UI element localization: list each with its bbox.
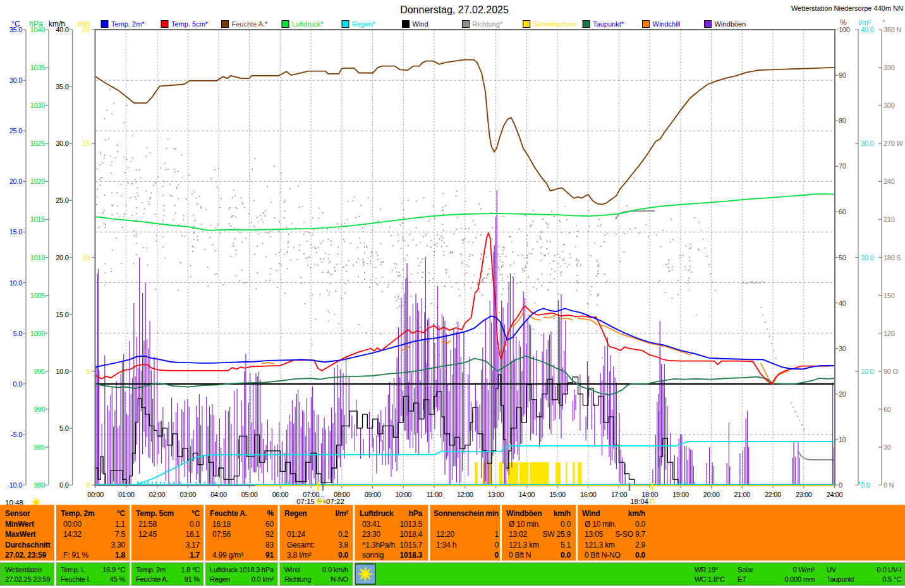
- svg-text:ET: ET: [738, 575, 746, 583]
- svg-text:1:34 h: 1:34 h: [436, 541, 456, 549]
- svg-text:min: min: [485, 509, 499, 518]
- svg-text:4.99 g/m³: 4.99 g/m³: [212, 551, 243, 560]
- svg-text:sonnig: sonnig: [362, 551, 384, 560]
- svg-text:Richtung: Richtung: [284, 575, 311, 583]
- svg-text:16:00: 16:00: [580, 491, 597, 498]
- svg-text:10: 10: [82, 254, 90, 261]
- svg-text:°C: °C: [191, 509, 200, 518]
- svg-text:3.30: 3.30: [111, 541, 125, 549]
- svg-text:50: 50: [839, 254, 846, 261]
- svg-text:WC 1.8°C: WC 1.8°C: [695, 575, 725, 583]
- svg-text:-5.0: -5.0: [11, 431, 22, 438]
- svg-text:150: 150: [884, 292, 895, 299]
- svg-text:07:00: 07:00: [303, 491, 319, 498]
- svg-text:07:15: 07:15: [296, 498, 315, 505]
- svg-text:12:45: 12:45: [138, 530, 157, 539]
- svg-text:20.0: 20.0: [9, 177, 22, 185]
- svg-text:Wetterstation Niedersorpe 440m: Wetterstation Niedersorpe 440m NN: [791, 4, 903, 12]
- svg-text:01:00: 01:00: [118, 491, 135, 498]
- svg-text:0.0: 0.0: [561, 551, 571, 560]
- svg-text:80: 80: [839, 117, 846, 124]
- svg-text:km/h: km/h: [628, 509, 645, 518]
- svg-text:Luftdruck: Luftdruck: [360, 509, 394, 518]
- svg-text:360 N: 360 N: [884, 26, 901, 33]
- svg-text:Feuchte A.: Feuchte A.: [136, 575, 168, 583]
- svg-text:0: 0: [495, 551, 499, 560]
- svg-text:1035: 1035: [30, 64, 45, 71]
- svg-text:11:00: 11:00: [427, 491, 442, 498]
- svg-text:2.9: 2.9: [635, 541, 646, 549]
- svg-text:90: 90: [839, 71, 846, 79]
- svg-text:03:41: 03:41: [362, 520, 381, 529]
- svg-text:1010: 1010: [30, 254, 45, 261]
- svg-text:01:24: 01:24: [287, 530, 306, 539]
- svg-text:13:00: 13:00: [488, 491, 504, 498]
- svg-text:20.0: 20.0: [861, 254, 873, 261]
- svg-text:04:00: 04:00: [210, 491, 227, 498]
- svg-text:16.1: 16.1: [185, 530, 200, 539]
- svg-text:0.0: 0.0: [13, 380, 23, 388]
- svg-text:14:32: 14:32: [63, 530, 82, 539]
- svg-text:0: 0: [495, 541, 499, 549]
- svg-text:-10.0: -10.0: [7, 481, 22, 489]
- svg-text:1020: 1020: [30, 177, 45, 185]
- svg-text:91 %: 91 %: [184, 575, 200, 583]
- svg-text:Solar: Solar: [738, 566, 753, 573]
- svg-text:985: 985: [34, 443, 46, 451]
- svg-text:0: 0: [839, 481, 842, 489]
- svg-text:1.1: 1.1: [115, 520, 126, 529]
- svg-text:UV: UV: [827, 566, 837, 573]
- svg-text:10.0: 10.0: [9, 279, 22, 287]
- svg-text:07:22: 07:22: [326, 498, 344, 505]
- svg-text:05:00: 05:00: [241, 491, 258, 498]
- svg-text:hPa: hPa: [29, 20, 43, 28]
- svg-text:^1.3hPa/h: ^1.3hPa/h: [362, 541, 395, 549]
- svg-text:Feuchte I.: Feuchte I.: [61, 575, 90, 583]
- svg-text:1018.3 hPa: 1018.3 hPa: [239, 566, 274, 573]
- svg-text:980: 980: [34, 481, 46, 489]
- svg-text:0: 0: [86, 481, 90, 489]
- svg-text:22:00: 22:00: [765, 491, 781, 498]
- svg-text:121.3 km: 121.3 km: [509, 541, 539, 549]
- svg-text:%: %: [267, 509, 274, 518]
- svg-text:N-NO: N-NO: [331, 575, 348, 583]
- svg-text:Wind: Wind: [284, 566, 300, 573]
- svg-text:30: 30: [839, 345, 846, 352]
- svg-text:15:00: 15:00: [549, 491, 566, 498]
- svg-text:Temp. 2m*: Temp. 2m*: [111, 20, 145, 28]
- svg-text:0.0: 0.0: [635, 520, 646, 529]
- svg-text:21:58: 21:58: [138, 520, 157, 529]
- svg-text:16:18: 16:18: [212, 520, 231, 529]
- svg-text:°C: °C: [11, 20, 20, 28]
- svg-text:0.000 mm: 0.000 mm: [784, 575, 815, 583]
- svg-text:10: 10: [839, 436, 846, 443]
- svg-text:Windböen: Windböen: [506, 509, 542, 518]
- svg-text:Temp. 2m: Temp. 2m: [61, 509, 95, 518]
- svg-text:270 W: 270 W: [884, 140, 903, 147]
- svg-text:1.8: 1.8: [115, 551, 126, 560]
- svg-text:0.5 °C: 0.5 °C: [882, 575, 901, 583]
- svg-text:20:00: 20:00: [703, 491, 720, 498]
- svg-text:Temp. I.: Temp. I.: [61, 566, 85, 573]
- svg-text:995: 995: [34, 368, 46, 375]
- svg-text:l/m²: l/m²: [335, 509, 348, 518]
- svg-text:°: °: [882, 18, 885, 27]
- svg-text:35.0: 35.0: [56, 83, 68, 90]
- svg-text:5.0: 5.0: [59, 424, 69, 432]
- svg-text:0 Bft N: 0 Bft N: [509, 551, 531, 560]
- svg-text:Temp. 5cm: Temp. 5cm: [136, 509, 174, 518]
- svg-text:121.3 km: 121.3 km: [585, 541, 615, 549]
- svg-text:20.0: 20.0: [56, 254, 68, 261]
- svg-text:3.8: 3.8: [338, 541, 349, 549]
- svg-text:00:00: 00:00: [87, 491, 104, 498]
- svg-text:21:00: 21:00: [734, 491, 751, 498]
- svg-text:1025: 1025: [30, 140, 45, 147]
- svg-text:Windböen: Windböen: [715, 20, 746, 28]
- svg-text:l/m²: l/m²: [858, 18, 871, 27]
- svg-text:1015: 1015: [30, 215, 45, 223]
- svg-text:Wind: Wind: [413, 20, 428, 28]
- svg-text:15.0: 15.0: [9, 228, 22, 236]
- svg-text:1018.4: 1018.4: [399, 530, 422, 539]
- svg-text:17:00: 17:00: [611, 491, 628, 498]
- svg-text:1018.3: 1018.3: [399, 551, 422, 560]
